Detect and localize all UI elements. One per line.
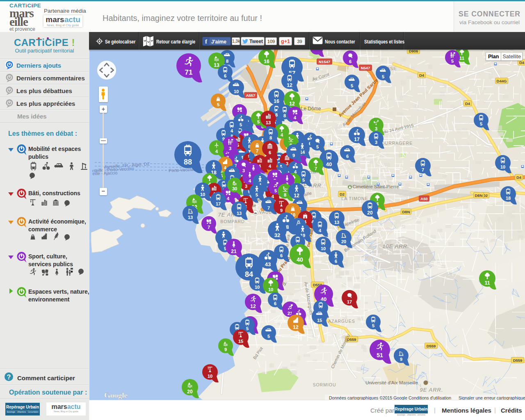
svg-text:17: 17 (216, 201, 221, 206)
svg-text:13: 13 (334, 220, 339, 225)
svg-text:D8N: D8N (402, 210, 410, 214)
svg-text:13: 13 (237, 211, 242, 216)
svg-text:4: 4 (227, 196, 230, 201)
svg-text:8: 8 (284, 192, 286, 197)
svg-text:15: 15 (238, 339, 243, 344)
svg-text:20: 20 (367, 210, 373, 216)
svg-text:6: 6 (274, 301, 276, 306)
svg-text:20: 20 (341, 239, 346, 244)
svg-text:4: 4 (269, 164, 272, 169)
svg-text:AZARGUES: AZARGUES (328, 319, 355, 324)
svg-text:D2: D2 (340, 192, 345, 196)
svg-text:21: 21 (231, 249, 237, 254)
svg-text:10E ARR.: 10E ARR. (382, 243, 409, 249)
svg-text:84: 84 (245, 270, 253, 278)
svg-text:10: 10 (200, 192, 205, 197)
svg-text:eille - Ajaccio: eille - Ajaccio (92, 170, 118, 176)
svg-text:5: 5 (240, 122, 242, 127)
svg-text:7: 7 (256, 148, 258, 153)
svg-text:12: 12 (293, 324, 299, 330)
svg-text:5: 5 (267, 334, 270, 339)
svg-text:10: 10 (208, 374, 212, 379)
svg-text:12: 12 (294, 193, 299, 199)
svg-text:D8N: D8N (475, 193, 482, 198)
svg-text:D4: D4 (519, 60, 525, 65)
svg-text:D4: D4 (516, 175, 522, 180)
svg-text:10: 10 (268, 287, 273, 292)
svg-text:3: 3 (245, 184, 247, 189)
svg-text:Cimetière Saint-Pierre: Cimetière Saint-Pierre (352, 184, 399, 189)
svg-text:3: 3 (229, 146, 231, 151)
svg-text:8: 8 (226, 59, 228, 64)
svg-text:4: 4 (215, 149, 218, 154)
svg-text:6: 6 (346, 154, 349, 159)
svg-text:5: 5 (302, 178, 305, 183)
svg-text:D44G: D44G (497, 79, 507, 83)
svg-text:4: 4 (319, 228, 322, 233)
svg-text:6: 6 (335, 259, 337, 264)
svg-text:88: 88 (184, 158, 192, 166)
svg-text:17: 17 (354, 137, 360, 142)
svg-text:11: 11 (459, 56, 464, 61)
svg-text:LA TIMONE: LA TIMONE (342, 196, 368, 201)
svg-text:9: 9 (280, 208, 283, 213)
svg-text:4: 4 (294, 115, 297, 120)
svg-text:D559: D559 (513, 358, 523, 363)
svg-text:D4: D4 (419, 73, 425, 78)
svg-text:5: 5 (382, 74, 384, 79)
svg-text:18: 18 (506, 196, 511, 201)
svg-text:3: 3 (375, 126, 377, 131)
svg-text:5: 5 (256, 192, 258, 197)
svg-text:6: 6 (269, 150, 271, 155)
svg-text:5: 5 (316, 144, 319, 149)
svg-text:BOMPARD: BOMPARD (220, 219, 244, 224)
svg-text:5: 5 (351, 83, 353, 88)
svg-text:4: 4 (281, 132, 283, 137)
svg-text:4: 4 (231, 128, 233, 133)
svg-text:13: 13 (188, 215, 193, 220)
svg-text:17: 17 (347, 299, 352, 304)
svg-text:20: 20 (187, 389, 193, 395)
svg-text:Le Dôme: Le Dôme (301, 106, 321, 112)
svg-text:13: 13 (214, 62, 219, 68)
svg-text:5: 5 (372, 323, 374, 328)
svg-text:9E ARR.: 9E ARR. (420, 387, 443, 393)
svg-text:40: 40 (297, 256, 303, 263)
svg-text:32: 32 (274, 232, 280, 238)
svg-text:15: 15 (317, 318, 322, 323)
svg-text:SORMIOU: SORMIOU (313, 382, 336, 387)
svg-text:5: 5 (217, 102, 219, 107)
svg-text:4: 4 (249, 178, 251, 183)
svg-text:10: 10 (500, 164, 505, 169)
svg-text:11: 11 (485, 280, 490, 286)
svg-text:Google: Google (104, 391, 128, 399)
svg-text:D559: D559 (427, 344, 436, 348)
svg-text:5: 5 (451, 59, 454, 64)
svg-text:10: 10 (321, 246, 326, 251)
svg-text:6: 6 (224, 73, 226, 78)
svg-text:71: 71 (185, 68, 193, 76)
svg-text:12: 12 (250, 304, 256, 309)
svg-text:16: 16 (264, 59, 269, 64)
svg-text:40: 40 (326, 161, 332, 167)
svg-text:7: 7 (208, 225, 210, 230)
svg-text:3: 3 (375, 140, 377, 145)
svg-text:A50: A50 (420, 196, 427, 201)
svg-text:8: 8 (283, 113, 286, 118)
svg-text:7: 7 (315, 166, 317, 171)
svg-text:9: 9 (400, 357, 402, 362)
svg-text:6: 6 (349, 59, 352, 64)
svg-text:9: 9 (224, 347, 227, 352)
svg-text:30: 30 (232, 186, 237, 191)
svg-text:43: 43 (265, 261, 271, 267)
svg-text:16: 16 (274, 98, 279, 104)
svg-text:5: 5 (480, 121, 482, 126)
svg-text:?: ? (7, 374, 11, 381)
svg-text:5: 5 (246, 326, 249, 331)
svg-text:51: 51 (377, 352, 383, 358)
svg-text:Université d'Aix Marseille: Université d'Aix Marseille (365, 380, 418, 385)
svg-text:12: 12 (289, 101, 295, 107)
svg-text:7: 7 (422, 167, 424, 172)
svg-text:12: 12 (287, 82, 292, 88)
svg-text:N547: N547 (361, 66, 370, 70)
